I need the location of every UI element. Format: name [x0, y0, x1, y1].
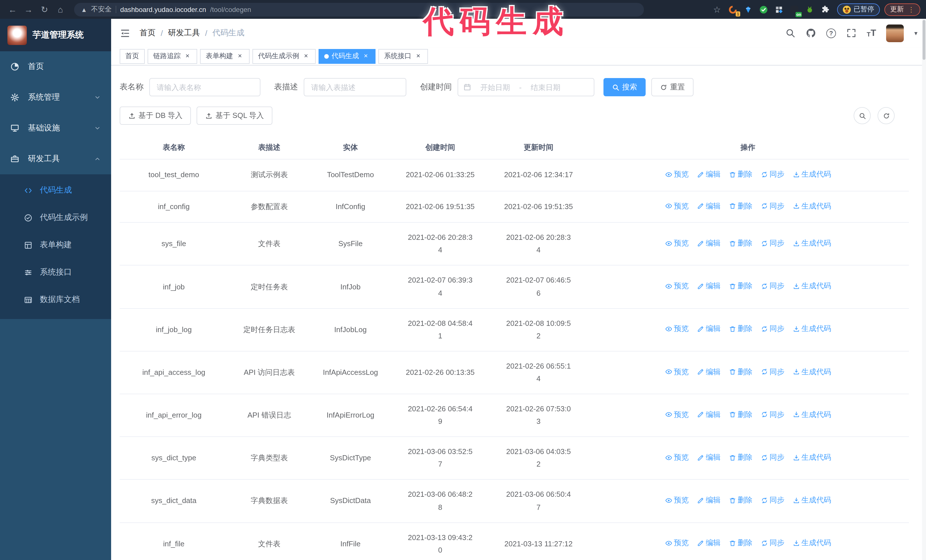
action-delete-link[interactable]: 删除: [729, 494, 752, 506]
import-from-sql-button[interactable]: 基于 SQL 导入: [197, 107, 273, 125]
table-desc-input[interactable]: [304, 78, 406, 96]
action-generate-link[interactable]: 生成代码: [792, 323, 831, 335]
action-generate-link[interactable]: 生成代码: [792, 409, 831, 421]
tab-代码生成示例[interactable]: 代码生成示例×: [253, 49, 316, 63]
action-edit-link[interactable]: 编辑: [697, 323, 720, 335]
app-logo-row[interactable]: 芋道管理系统: [0, 19, 111, 51]
search-button[interactable]: 搜索: [604, 78, 646, 96]
action-preview-link[interactable]: 预览: [665, 494, 688, 506]
action-preview-link[interactable]: 预览: [665, 323, 688, 335]
dark-on-extension-icon[interactable]: on: [789, 4, 799, 15]
forward-icon[interactable]: →: [22, 5, 35, 14]
profile-paused-badge[interactable]: 已暂停: [837, 3, 880, 16]
action-generate-link[interactable]: 生成代码: [792, 494, 831, 506]
action-edit-link[interactable]: 编辑: [697, 494, 720, 506]
import-from-db-button[interactable]: 基于 DB 导入: [120, 107, 191, 125]
action-preview-link[interactable]: 预览: [665, 237, 688, 249]
home-icon[interactable]: ⌂: [54, 5, 67, 14]
chevron-down-icon[interactable]: ▾: [914, 29, 917, 37]
action-sync-link[interactable]: 同步: [761, 168, 784, 181]
action-preview-link[interactable]: 预览: [665, 365, 688, 378]
github-icon[interactable]: [806, 28, 816, 38]
sidebar-item-home[interactable]: 首页: [0, 51, 111, 82]
search-icon[interactable]: [785, 28, 796, 38]
action-delete-link[interactable]: 删除: [729, 280, 752, 292]
action-delete-link[interactable]: 删除: [729, 323, 752, 335]
tab-表单构建[interactable]: 表单构建×: [200, 49, 250, 63]
green-robot-extension-icon[interactable]: [805, 4, 815, 15]
close-tab-icon[interactable]: ×: [362, 52, 370, 60]
table-name-input[interactable]: [149, 78, 260, 96]
refresh-table-button[interactable]: [878, 107, 895, 124]
action-preview-link[interactable]: 预览: [665, 451, 688, 464]
sidebar-item-codegen[interactable]: 代码生成: [0, 177, 111, 204]
action-sync-link[interactable]: 同步: [761, 365, 784, 378]
back-icon[interactable]: ←: [6, 5, 20, 14]
sidebar-item-system-api[interactable]: 系统接口: [0, 259, 111, 286]
check-circle-extension-icon[interactable]: [758, 4, 769, 15]
tab-代码生成[interactable]: 代码生成×: [319, 49, 375, 63]
close-tab-icon[interactable]: ×: [414, 52, 422, 60]
action-edit-link[interactable]: 编辑: [697, 537, 720, 549]
action-edit-link[interactable]: 编辑: [697, 409, 720, 421]
action-sync-link[interactable]: 同步: [761, 409, 784, 421]
action-generate-link[interactable]: 生成代码: [792, 237, 831, 249]
orange-extension-icon[interactable]: 1: [728, 4, 738, 15]
scrollbar-track[interactable]: [922, 19, 926, 560]
action-preview-link[interactable]: 预览: [665, 409, 688, 421]
tab-首页[interactable]: 首页: [120, 49, 145, 63]
action-sync-link[interactable]: 同步: [761, 237, 784, 249]
action-generate-link[interactable]: 生成代码: [792, 451, 831, 464]
action-sync-link[interactable]: 同步: [761, 451, 784, 464]
action-edit-link[interactable]: 编辑: [697, 451, 720, 464]
action-edit-link[interactable]: 编辑: [697, 237, 720, 249]
kebab-menu-icon[interactable]: ⋮: [908, 5, 915, 14]
action-edit-link[interactable]: 编辑: [697, 200, 720, 212]
action-delete-link[interactable]: 删除: [729, 365, 752, 378]
sidebar-collapse-icon[interactable]: [120, 28, 130, 38]
grid-extension-icon[interactable]: [774, 4, 784, 15]
action-sync-link[interactable]: 同步: [761, 494, 784, 506]
action-delete-link[interactable]: 删除: [729, 168, 752, 181]
action-preview-link[interactable]: 预览: [665, 537, 688, 549]
action-sync-link[interactable]: 同步: [761, 537, 784, 549]
action-generate-link[interactable]: 生成代码: [792, 537, 831, 549]
sidebar-item-codegen-example[interactable]: 代码生成示例: [0, 204, 111, 231]
action-delete-link[interactable]: 删除: [729, 537, 752, 549]
action-generate-link[interactable]: 生成代码: [792, 280, 831, 292]
breadcrumb-item[interactable]: 研发工具: [168, 28, 200, 38]
action-sync-link[interactable]: 同步: [761, 323, 784, 335]
breadcrumb-item[interactable]: 首页: [139, 28, 156, 38]
action-delete-link[interactable]: 删除: [729, 409, 752, 421]
sidebar-item-form-builder[interactable]: 表单构建: [0, 231, 111, 259]
font-size-icon[interactable]: TT: [867, 29, 876, 38]
action-preview-link[interactable]: 预览: [665, 280, 688, 292]
action-delete-link[interactable]: 删除: [729, 237, 752, 249]
close-tab-icon[interactable]: ×: [236, 52, 244, 60]
close-tab-icon[interactable]: ×: [183, 52, 191, 60]
action-preview-link[interactable]: 预览: [665, 168, 688, 181]
tab-系统接口[interactable]: 系统接口×: [378, 49, 428, 63]
tab-链路追踪[interactable]: 链路追踪×: [148, 49, 197, 63]
action-edit-link[interactable]: 编辑: [697, 280, 720, 292]
end-date-input[interactable]: [524, 83, 567, 91]
action-edit-link[interactable]: 编辑: [697, 365, 720, 378]
action-delete-link[interactable]: 删除: [729, 451, 752, 464]
action-delete-link[interactable]: 删除: [729, 200, 752, 212]
date-range-picker[interactable]: -: [458, 78, 595, 96]
browser-update-button[interactable]: 更新 ⋮: [884, 3, 920, 16]
action-sync-link[interactable]: 同步: [761, 200, 784, 212]
sidebar-item-dev-tools[interactable]: 研发工具: [0, 143, 111, 174]
close-tab-icon[interactable]: ×: [302, 52, 310, 60]
start-date-input[interactable]: [474, 83, 517, 91]
puzzle-extensions-icon[interactable]: [820, 4, 830, 15]
action-generate-link[interactable]: 生成代码: [792, 168, 831, 181]
sidebar-item-infrastructure[interactable]: 基础设施: [0, 113, 111, 143]
sidebar-item-system-management[interactable]: 系统管理: [0, 82, 111, 113]
action-preview-link[interactable]: 预览: [665, 200, 688, 212]
user-avatar[interactable]: [887, 24, 904, 42]
action-generate-link[interactable]: 生成代码: [792, 365, 831, 378]
action-sync-link[interactable]: 同步: [761, 280, 784, 292]
reset-button[interactable]: 重置: [651, 78, 693, 96]
bookmark-star-icon[interactable]: ☆: [713, 4, 721, 15]
